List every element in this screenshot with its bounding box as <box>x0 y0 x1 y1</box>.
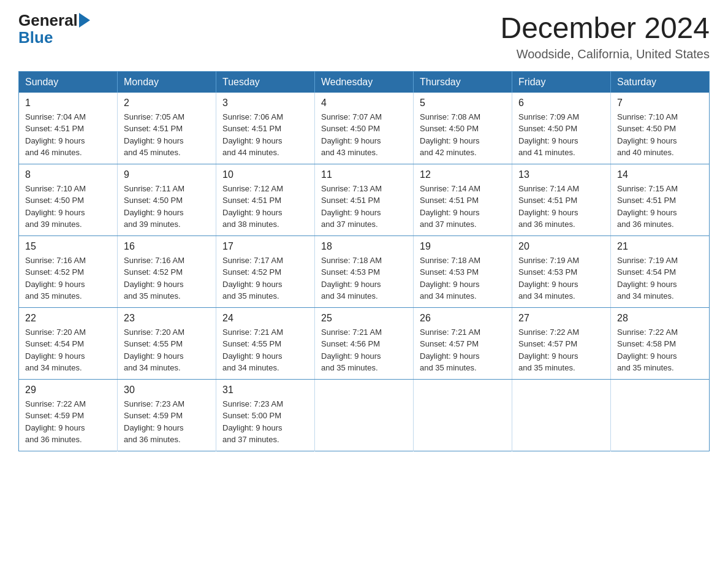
day-info: Sunrise: 7:14 AM Sunset: 4:51 PM Dayligh… <box>420 183 506 231</box>
calendar-week-row: 15 Sunrise: 7:16 AM Sunset: 4:52 PM Dayl… <box>19 236 710 307</box>
day-number: 12 <box>420 169 506 180</box>
calendar-cell: 13 Sunrise: 7:14 AM Sunset: 4:51 PM Dayl… <box>512 164 611 236</box>
day-info: Sunrise: 7:05 AM Sunset: 4:51 PM Dayligh… <box>124 111 210 159</box>
calendar-header-sunday: Sunday <box>19 71 118 93</box>
day-number: 23 <box>124 313 210 324</box>
day-info: Sunrise: 7:13 AM Sunset: 4:51 PM Dayligh… <box>321 183 407 231</box>
calendar-cell: 14 Sunrise: 7:15 AM Sunset: 4:51 PM Dayl… <box>611 164 710 236</box>
day-info: Sunrise: 7:11 AM Sunset: 4:50 PM Dayligh… <box>124 183 210 231</box>
day-number: 6 <box>518 98 604 109</box>
day-number: 9 <box>124 169 210 180</box>
day-info: Sunrise: 7:20 AM Sunset: 4:54 PM Dayligh… <box>25 326 111 374</box>
day-number: 14 <box>617 169 703 180</box>
day-number: 28 <box>617 313 703 324</box>
day-number: 2 <box>124 98 210 109</box>
calendar-week-row: 1 Sunrise: 7:04 AM Sunset: 4:51 PM Dayli… <box>19 93 710 164</box>
day-info: Sunrise: 7:08 AM Sunset: 4:50 PM Dayligh… <box>420 111 506 159</box>
day-number: 7 <box>617 98 703 109</box>
page-header: General Blue December 2024 Woodside, Cal… <box>18 12 710 61</box>
calendar-cell: 9 Sunrise: 7:11 AM Sunset: 4:50 PM Dayli… <box>118 164 216 236</box>
calendar-cell: 11 Sunrise: 7:13 AM Sunset: 4:51 PM Dayl… <box>315 164 414 236</box>
day-info: Sunrise: 7:09 AM Sunset: 4:50 PM Dayligh… <box>518 111 604 159</box>
day-number: 17 <box>222 241 308 252</box>
calendar-header-friday: Friday <box>512 71 611 93</box>
day-info: Sunrise: 7:21 AM Sunset: 4:55 PM Dayligh… <box>222 326 308 374</box>
day-info: Sunrise: 7:16 AM Sunset: 4:52 PM Dayligh… <box>25 255 111 302</box>
day-info: Sunrise: 7:04 AM Sunset: 4:51 PM Dayligh… <box>25 111 111 159</box>
day-info: Sunrise: 7:07 AM Sunset: 4:50 PM Dayligh… <box>321 111 407 159</box>
day-info: Sunrise: 7:22 AM Sunset: 4:59 PM Dayligh… <box>25 398 111 446</box>
logo: General Blue <box>18 12 91 47</box>
day-number: 19 <box>420 241 506 252</box>
day-info: Sunrise: 7:15 AM Sunset: 4:51 PM Dayligh… <box>617 183 703 231</box>
day-info: Sunrise: 7:20 AM Sunset: 4:55 PM Dayligh… <box>124 326 210 374</box>
calendar-week-row: 29 Sunrise: 7:22 AM Sunset: 4:59 PM Dayl… <box>19 379 710 451</box>
day-number: 27 <box>518 313 604 324</box>
calendar-body: 1 Sunrise: 7:04 AM Sunset: 4:51 PM Dayli… <box>19 93 710 451</box>
calendar-cell <box>512 379 611 451</box>
calendar-cell: 23 Sunrise: 7:20 AM Sunset: 4:55 PM Dayl… <box>118 307 216 379</box>
day-info: Sunrise: 7:22 AM Sunset: 4:57 PM Dayligh… <box>518 326 604 374</box>
calendar-cell: 29 Sunrise: 7:22 AM Sunset: 4:59 PM Dayl… <box>19 379 118 451</box>
calendar-cell: 18 Sunrise: 7:18 AM Sunset: 4:53 PM Dayl… <box>315 236 414 307</box>
day-info: Sunrise: 7:14 AM Sunset: 4:51 PM Dayligh… <box>518 183 604 231</box>
location-subtitle: Woodside, California, United States <box>500 47 710 61</box>
day-number: 31 <box>222 385 308 396</box>
calendar-week-row: 8 Sunrise: 7:10 AM Sunset: 4:50 PM Dayli… <box>19 164 710 236</box>
day-info: Sunrise: 7:16 AM Sunset: 4:52 PM Dayligh… <box>124 255 210 302</box>
day-info: Sunrise: 7:18 AM Sunset: 4:53 PM Dayligh… <box>321 255 407 302</box>
day-info: Sunrise: 7:21 AM Sunset: 4:56 PM Dayligh… <box>321 326 407 374</box>
day-number: 22 <box>25 313 111 324</box>
calendar-cell: 16 Sunrise: 7:16 AM Sunset: 4:52 PM Dayl… <box>118 236 216 307</box>
calendar-cell: 1 Sunrise: 7:04 AM Sunset: 4:51 PM Dayli… <box>19 93 118 164</box>
logo-arrow-icon <box>79 13 90 28</box>
day-number: 25 <box>321 313 407 324</box>
day-number: 4 <box>321 98 407 109</box>
day-number: 5 <box>420 98 506 109</box>
day-number: 24 <box>222 313 308 324</box>
day-number: 15 <box>25 241 111 252</box>
day-number: 13 <box>518 169 604 180</box>
day-number: 8 <box>25 169 111 180</box>
calendar-cell: 6 Sunrise: 7:09 AM Sunset: 4:50 PM Dayli… <box>512 93 611 164</box>
day-info: Sunrise: 7:23 AM Sunset: 5:00 PM Dayligh… <box>222 398 308 446</box>
day-number: 21 <box>617 241 703 252</box>
calendar-cell: 22 Sunrise: 7:20 AM Sunset: 4:54 PM Dayl… <box>19 307 118 379</box>
calendar-week-row: 22 Sunrise: 7:20 AM Sunset: 4:54 PM Dayl… <box>19 307 710 379</box>
day-number: 16 <box>124 241 210 252</box>
day-number: 30 <box>124 385 210 396</box>
day-number: 29 <box>25 385 111 396</box>
day-info: Sunrise: 7:19 AM Sunset: 4:54 PM Dayligh… <box>617 255 703 302</box>
calendar-cell: 19 Sunrise: 7:18 AM Sunset: 4:53 PM Dayl… <box>414 236 512 307</box>
calendar-cell: 20 Sunrise: 7:19 AM Sunset: 4:53 PM Dayl… <box>512 236 611 307</box>
calendar-cell: 17 Sunrise: 7:17 AM Sunset: 4:52 PM Dayl… <box>216 236 315 307</box>
calendar-cell <box>611 379 710 451</box>
calendar-cell: 8 Sunrise: 7:10 AM Sunset: 4:50 PM Dayli… <box>19 164 118 236</box>
day-number: 18 <box>321 241 407 252</box>
day-info: Sunrise: 7:06 AM Sunset: 4:51 PM Dayligh… <box>222 111 308 159</box>
calendar-cell: 4 Sunrise: 7:07 AM Sunset: 4:50 PM Dayli… <box>315 93 414 164</box>
calendar-cell: 10 Sunrise: 7:12 AM Sunset: 4:51 PM Dayl… <box>216 164 315 236</box>
day-number: 26 <box>420 313 506 324</box>
calendar-header-monday: Monday <box>118 71 216 93</box>
calendar-table: SundayMondayTuesdayWednesdayThursdayFrid… <box>18 71 710 451</box>
day-info: Sunrise: 7:17 AM Sunset: 4:52 PM Dayligh… <box>222 255 308 302</box>
calendar-cell: 3 Sunrise: 7:06 AM Sunset: 4:51 PM Dayli… <box>216 93 315 164</box>
calendar-cell: 26 Sunrise: 7:21 AM Sunset: 4:57 PM Dayl… <box>414 307 512 379</box>
calendar-header-wednesday: Wednesday <box>315 71 414 93</box>
day-number: 11 <box>321 169 407 180</box>
calendar-cell: 12 Sunrise: 7:14 AM Sunset: 4:51 PM Dayl… <box>414 164 512 236</box>
title-section: December 2024 Woodside, California, Unit… <box>500 12 710 61</box>
calendar-cell: 25 Sunrise: 7:21 AM Sunset: 4:56 PM Dayl… <box>315 307 414 379</box>
calendar-cell: 7 Sunrise: 7:10 AM Sunset: 4:50 PM Dayli… <box>611 93 710 164</box>
day-info: Sunrise: 7:23 AM Sunset: 4:59 PM Dayligh… <box>124 398 210 446</box>
calendar-cell: 28 Sunrise: 7:22 AM Sunset: 4:58 PM Dayl… <box>611 307 710 379</box>
day-info: Sunrise: 7:18 AM Sunset: 4:53 PM Dayligh… <box>420 255 506 302</box>
calendar-cell: 15 Sunrise: 7:16 AM Sunset: 4:52 PM Dayl… <box>19 236 118 307</box>
calendar-cell: 5 Sunrise: 7:08 AM Sunset: 4:50 PM Dayli… <box>414 93 512 164</box>
calendar-header-thursday: Thursday <box>414 71 512 93</box>
calendar-header-saturday: Saturday <box>611 71 710 93</box>
day-info: Sunrise: 7:10 AM Sunset: 4:50 PM Dayligh… <box>25 183 111 231</box>
calendar-cell: 21 Sunrise: 7:19 AM Sunset: 4:54 PM Dayl… <box>611 236 710 307</box>
calendar-cell: 24 Sunrise: 7:21 AM Sunset: 4:55 PM Dayl… <box>216 307 315 379</box>
